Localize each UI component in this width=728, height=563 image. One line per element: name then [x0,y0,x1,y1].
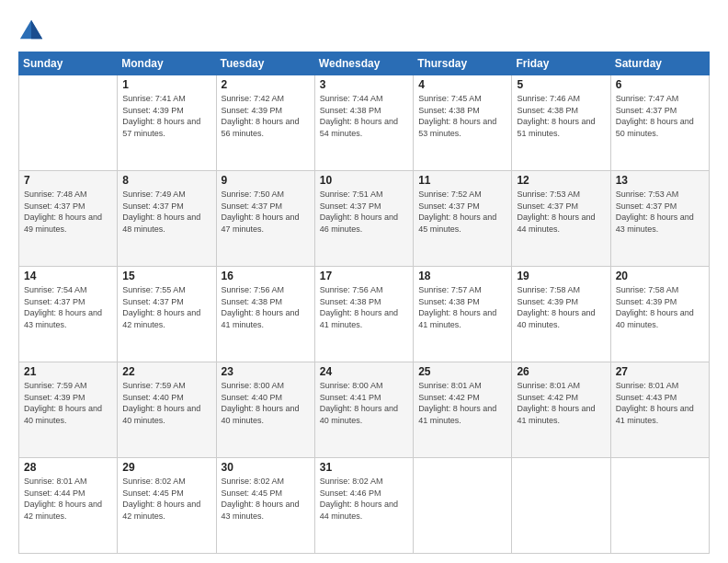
cell-info: Sunrise: 7:59 AM Sunset: 4:39 PM Dayligh… [24,380,112,426]
cell-info: Sunrise: 7:58 AM Sunset: 4:39 PM Dayligh… [616,284,704,330]
cell-info: Sunrise: 8:00 AM Sunset: 4:40 PM Dayligh… [222,380,310,426]
day-number: 28 [24,461,112,474]
sunset-text: Sunset: 4:39 PM [24,393,85,402]
sunset-text: Sunset: 4:37 PM [418,201,480,211]
sunrise-text: Sunrise: 7:55 AM [122,285,186,294]
sunset-text: Sunset: 4:37 PM [24,297,85,306]
sunset-text: Sunset: 4:46 PM [320,488,381,498]
day-number: 22 [122,365,210,378]
logo [18,17,48,42]
cell-info: Sunrise: 7:56 AM Sunset: 4:38 PM Dayligh… [222,284,310,330]
sunset-text: Sunset: 4:45 PM [122,488,184,498]
cell-info: Sunrise: 8:00 AM Sunset: 4:41 PM Dayligh… [320,380,408,426]
daylight-text: Daylight: 8 hours and 57 minutes. [122,117,200,138]
cell-info: Sunrise: 7:46 AM Sunset: 4:38 PM Dayligh… [517,93,605,139]
calendar-cell: 14 Sunrise: 7:54 AM Sunset: 4:37 PM Dayl… [19,267,118,362]
cell-info: Sunrise: 8:02 AM Sunset: 4:45 PM Dayligh… [222,476,310,522]
sunset-text: Sunset: 4:39 PM [222,106,283,115]
cell-info: Sunrise: 7:45 AM Sunset: 4:38 PM Dayligh… [418,93,506,139]
daylight-text: Daylight: 8 hours and 54 minutes. [320,117,398,138]
daylight-text: Daylight: 8 hours and 42 minutes. [24,500,102,521]
sunrise-text: Sunrise: 7:54 AM [24,285,87,294]
cell-info: Sunrise: 8:02 AM Sunset: 4:46 PM Dayligh… [320,476,408,522]
sunrise-text: Sunrise: 7:57 AM [418,285,482,294]
calendar-cell: 9 Sunrise: 7:50 AM Sunset: 4:37 PM Dayli… [216,171,314,267]
day-number: 15 [122,270,210,282]
sunset-text: Sunset: 4:40 PM [222,393,283,402]
daylight-text: Daylight: 8 hours and 56 minutes. [222,117,300,138]
sunset-text: Sunset: 4:38 PM [320,297,381,306]
cell-info: Sunrise: 7:51 AM Sunset: 4:37 PM Dayligh… [320,189,408,235]
day-number: 31 [320,461,408,474]
day-number: 27 [616,365,704,378]
day-number: 20 [616,270,704,282]
daylight-text: Daylight: 8 hours and 43 minutes. [616,213,694,234]
sunrise-text: Sunrise: 8:00 AM [222,381,285,390]
sunrise-text: Sunrise: 7:59 AM [122,381,186,390]
sunrise-text: Sunrise: 7:47 AM [616,94,679,103]
sunrise-text: Sunrise: 8:02 AM [122,477,186,486]
cell-info: Sunrise: 7:53 AM Sunset: 4:37 PM Dayligh… [616,189,704,235]
calendar-cell: 20 Sunrise: 7:58 AM Sunset: 4:39 PM Dayl… [610,267,709,362]
sunrise-text: Sunrise: 7:45 AM [418,94,482,103]
calendar-day-header: Monday [118,52,216,75]
daylight-text: Daylight: 8 hours and 43 minutes. [24,308,102,329]
calendar-cell: 17 Sunrise: 7:56 AM Sunset: 4:38 PM Dayl… [314,267,413,362]
daylight-text: Daylight: 8 hours and 46 minutes. [320,213,398,234]
sunrise-text: Sunrise: 7:53 AM [616,190,679,199]
sunrise-text: Sunrise: 7:42 AM [222,94,285,103]
sunrise-text: Sunrise: 7:44 AM [320,94,383,103]
daylight-text: Daylight: 8 hours and 50 minutes. [616,117,694,138]
sunrise-text: Sunrise: 8:01 AM [517,381,580,390]
day-number: 16 [222,270,310,282]
sunrise-text: Sunrise: 8:01 AM [418,381,482,390]
daylight-text: Daylight: 8 hours and 40 minutes. [517,308,595,329]
sunset-text: Sunset: 4:38 PM [320,106,381,115]
calendar-week-row: 21 Sunrise: 7:59 AM Sunset: 4:39 PM Dayl… [19,362,710,458]
calendar-cell: 19 Sunrise: 7:58 AM Sunset: 4:39 PM Dayl… [512,267,610,362]
calendar-cell: 22 Sunrise: 7:59 AM Sunset: 4:40 PM Dayl… [118,362,216,458]
sunset-text: Sunset: 4:37 PM [222,201,283,211]
calendar-cell: 21 Sunrise: 7:59 AM Sunset: 4:39 PM Dayl… [19,362,118,458]
cell-info: Sunrise: 7:47 AM Sunset: 4:37 PM Dayligh… [616,93,704,139]
daylight-text: Daylight: 8 hours and 49 minutes. [24,213,102,234]
daylight-text: Daylight: 8 hours and 53 minutes. [418,117,496,138]
day-number: 2 [222,78,310,91]
sunrise-text: Sunrise: 7:53 AM [517,190,580,199]
daylight-text: Daylight: 8 hours and 44 minutes. [320,500,398,521]
calendar-cell: 11 Sunrise: 7:52 AM Sunset: 4:37 PM Dayl… [414,171,512,267]
day-number: 5 [517,78,605,91]
sunset-text: Sunset: 4:39 PM [517,297,578,306]
daylight-text: Daylight: 8 hours and 41 minutes. [616,404,694,425]
calendar-cell: 31 Sunrise: 8:02 AM Sunset: 4:46 PM Dayl… [314,458,413,554]
calendar-cell: 26 Sunrise: 8:01 AM Sunset: 4:42 PM Dayl… [512,362,610,458]
daylight-text: Daylight: 8 hours and 41 minutes. [222,308,300,329]
cell-info: Sunrise: 8:02 AM Sunset: 4:45 PM Dayligh… [122,476,210,522]
calendar-cell [610,458,709,554]
calendar-cell: 24 Sunrise: 8:00 AM Sunset: 4:41 PM Dayl… [314,362,413,458]
daylight-text: Daylight: 8 hours and 40 minutes. [122,404,200,425]
cell-info: Sunrise: 7:49 AM Sunset: 4:37 PM Dayligh… [122,189,210,235]
cell-info: Sunrise: 8:01 AM Sunset: 4:42 PM Dayligh… [418,380,506,426]
calendar-cell: 5 Sunrise: 7:46 AM Sunset: 4:38 PM Dayli… [512,75,610,171]
daylight-text: Daylight: 8 hours and 40 minutes. [24,404,102,425]
sunset-text: Sunset: 4:37 PM [122,297,184,306]
sunrise-text: Sunrise: 7:46 AM [517,94,580,103]
cell-info: Sunrise: 8:01 AM Sunset: 4:43 PM Dayligh… [616,380,704,426]
daylight-text: Daylight: 8 hours and 48 minutes. [122,213,200,234]
cell-info: Sunrise: 7:56 AM Sunset: 4:38 PM Dayligh… [320,284,408,330]
calendar-cell: 10 Sunrise: 7:51 AM Sunset: 4:37 PM Dayl… [314,171,413,267]
cell-info: Sunrise: 7:53 AM Sunset: 4:37 PM Dayligh… [517,189,605,235]
daylight-text: Daylight: 8 hours and 40 minutes. [222,404,300,425]
sunrise-text: Sunrise: 7:51 AM [320,190,383,199]
day-number: 19 [517,270,605,282]
cell-info: Sunrise: 7:50 AM Sunset: 4:37 PM Dayligh… [222,189,310,235]
calendar-cell: 3 Sunrise: 7:44 AM Sunset: 4:38 PM Dayli… [314,75,413,171]
calendar-day-header: Wednesday [314,52,413,75]
calendar-cell: 18 Sunrise: 7:57 AM Sunset: 4:38 PM Dayl… [414,267,512,362]
calendar-day-header: Sunday [19,52,118,75]
calendar-page: SundayMondayTuesdayWednesdayThursdayFrid… [0,0,728,563]
calendar-cell: 29 Sunrise: 8:02 AM Sunset: 4:45 PM Dayl… [118,458,216,554]
cell-info: Sunrise: 7:57 AM Sunset: 4:38 PM Dayligh… [418,284,506,330]
cell-info: Sunrise: 8:01 AM Sunset: 4:44 PM Dayligh… [24,476,112,522]
